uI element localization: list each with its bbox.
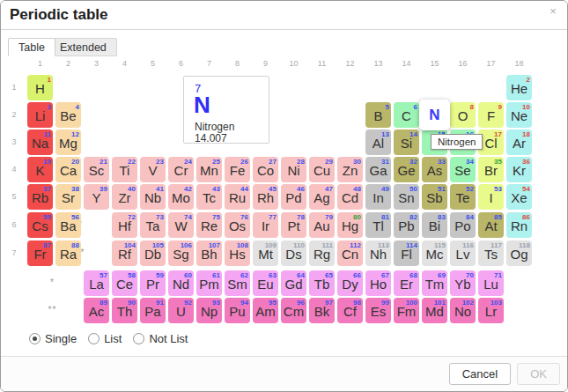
element-cell-rb[interactable]: 37Rb <box>27 184 53 210</box>
radio-not-list[interactable]: Not List <box>133 332 188 345</box>
element-cell-gd[interactable]: 64Gd <box>281 270 306 296</box>
element-cell-c[interactable]: 6C <box>394 102 419 128</box>
element-cell-y[interactable]: 39Y <box>84 184 109 210</box>
element-cell-ts[interactable]: 117Ts <box>478 240 504 266</box>
element-cell-fm[interactable]: 100Fm <box>394 298 419 323</box>
element-cell-be[interactable]: 4Be <box>55 102 81 128</box>
tab-table[interactable]: Table <box>8 38 55 56</box>
element-cell-ra[interactable]: 88Ra <box>55 240 81 266</box>
element-cell-og[interactable]: 118Og <box>506 240 532 266</box>
element-cell-ba[interactable]: 56Ba <box>55 212 81 238</box>
element-cell-al[interactable]: 13Al <box>365 129 391 155</box>
element-cell-po[interactable]: 84Po <box>450 212 476 238</box>
ok-button[interactable]: OK <box>517 363 560 385</box>
element-cell-ru[interactable]: 44Ru <box>225 184 250 210</box>
element-cell-au[interactable]: 79Au <box>309 212 335 238</box>
element-cell-pm[interactable]: 61Pm <box>196 270 222 296</box>
element-cell-mc[interactable]: 115Mc <box>422 240 447 266</box>
element-cell-mo[interactable]: 42Mo <box>168 184 194 210</box>
element-cell-sn[interactable]: 50Sn <box>394 184 419 210</box>
element-cell-f[interactable]: 9F <box>478 102 504 128</box>
element-cell-cf[interactable]: 98Cf <box>337 298 363 323</box>
element-cell-ga[interactable]: 31Ga <box>365 157 391 182</box>
element-cell-sg[interactable]: 106Sg <box>168 240 194 266</box>
radio-single[interactable]: Single <box>29 332 77 345</box>
element-cell-db[interactable]: 105Db <box>140 240 166 266</box>
element-cell-md[interactable]: 101Md <box>422 298 447 323</box>
element-cell-zr[interactable]: 40Zr <box>112 184 137 210</box>
element-cell-w[interactable]: 74W <box>168 212 194 238</box>
radio-list[interactable]: List <box>88 332 122 345</box>
element-cell-pr[interactable]: 59Pr <box>140 270 166 296</box>
element-cell-tm[interactable]: 69Tm <box>422 270 447 296</box>
element-cell-u[interactable]: 92U <box>168 298 194 323</box>
element-cell-ge[interactable]: 32Ge <box>394 157 419 182</box>
element-cell-os[interactable]: 76Os <box>225 212 250 238</box>
element-cell-co[interactable]: 27Co <box>253 157 278 182</box>
element-cell-n[interactable]: N <box>419 100 450 130</box>
element-cell-nb[interactable]: 41Nb <box>140 184 166 210</box>
element-cell-cd[interactable]: 48Cd <box>337 184 363 210</box>
radio-single-dot[interactable] <box>29 333 41 344</box>
element-cell-fe[interactable]: 26Fe <box>225 157 250 182</box>
element-cell-pd[interactable]: 46Pd <box>281 184 306 210</box>
element-cell-zn[interactable]: 30Zn <box>337 157 363 182</box>
element-cell-kr[interactable]: 36Kr <box>506 157 532 182</box>
element-cell-ti[interactable]: 22Ti <box>112 157 137 182</box>
element-cell-ne[interactable]: 10Ne <box>506 102 532 128</box>
element-cell-fl[interactable]: 114Fl <box>394 240 419 266</box>
element-cell-b[interactable]: 5B <box>365 102 391 128</box>
element-cell-ca[interactable]: 20Ca <box>55 157 81 182</box>
element-cell-nh[interactable]: 113Nh <box>365 240 391 266</box>
element-cell-pb[interactable]: 82Pb <box>394 212 419 238</box>
element-cell-br[interactable]: 35Br <box>478 157 504 182</box>
element-cell-tb[interactable]: 65Tb <box>309 270 335 296</box>
element-cell-hg[interactable]: 80Hg <box>337 212 363 238</box>
element-cell-cs[interactable]: 55Cs <box>27 212 53 238</box>
element-cell-ar[interactable]: 18Ar <box>506 129 532 155</box>
element-cell-mt[interactable]: 109Mt <box>253 240 278 266</box>
element-cell-am[interactable]: 95Am <box>253 298 278 323</box>
element-cell-te[interactable]: 52Te <box>450 184 476 210</box>
element-cell-mn[interactable]: 25Mn <box>196 157 222 182</box>
element-cell-sc[interactable]: 21Sc <box>84 157 109 182</box>
element-cell-bi[interactable]: 83Bi <box>422 212 447 238</box>
element-cell-at[interactable]: 85At <box>478 212 504 238</box>
element-cell-ag[interactable]: 47Ag <box>309 184 335 210</box>
element-cell-in[interactable]: 49In <box>365 184 391 210</box>
element-cell-nd[interactable]: 60Nd <box>168 270 194 296</box>
element-cell-rg[interactable]: 111Rg <box>309 240 335 266</box>
element-cell-tc[interactable]: 43Tc <box>196 184 222 210</box>
element-cell-re[interactable]: 75Re <box>196 212 222 238</box>
element-cell-rn[interactable]: 86Rn <box>506 212 532 238</box>
element-cell-rh[interactable]: 45Rh <box>253 184 278 210</box>
element-cell-cr[interactable]: 24Cr <box>168 157 194 182</box>
element-cell-cn[interactable]: 112Cn <box>337 240 363 266</box>
element-cell-li[interactable]: 3Li <box>27 102 53 128</box>
element-cell-ir[interactable]: 77Ir <box>253 212 278 238</box>
element-cell-se[interactable]: 34Se <box>450 157 476 182</box>
element-cell-pu[interactable]: 94Pu <box>225 298 250 323</box>
element-cell-fr[interactable]: 87Fr <box>27 240 53 266</box>
element-cell-v[interactable]: 23V <box>140 157 166 182</box>
tab-extended[interactable]: Extended <box>49 38 117 56</box>
element-cell-cm[interactable]: 96Cm <box>281 298 306 323</box>
element-cell-ac[interactable]: 89Ac <box>84 298 109 323</box>
element-cell-es[interactable]: 99Es <box>365 298 391 323</box>
element-cell-pa[interactable]: 91Pa <box>140 298 166 323</box>
radio-list-dot[interactable] <box>88 333 100 344</box>
element-cell-tl[interactable]: 81Tl <box>365 212 391 238</box>
element-cell-lr[interactable]: 103Lr <box>478 298 504 323</box>
element-cell-bk[interactable]: 97Bk <box>309 298 335 323</box>
element-cell-xe[interactable]: 54Xe <box>506 184 532 210</box>
element-cell-ta[interactable]: 73Ta <box>140 212 166 238</box>
element-cell-lv[interactable]: 116Lv <box>450 240 476 266</box>
radio-not-list-dot[interactable] <box>133 333 144 344</box>
element-cell-bh[interactable]: 107Bh <box>196 240 222 266</box>
element-cell-mg[interactable]: 12Mg <box>55 129 81 155</box>
element-cell-lu[interactable]: 71Lu <box>478 270 504 296</box>
cancel-button[interactable]: Cancel <box>449 363 511 385</box>
element-cell-o[interactable]: 8O <box>450 102 476 128</box>
element-cell-er[interactable]: 68Er <box>394 270 419 296</box>
element-cell-la[interactable]: 57La <box>84 270 109 296</box>
